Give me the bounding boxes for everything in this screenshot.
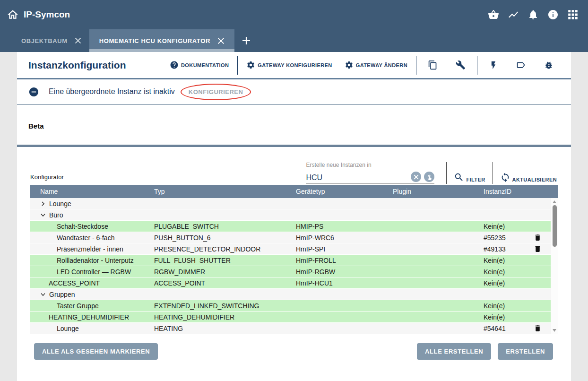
delete-instance-icon[interactable]	[534, 234, 542, 242]
chevron-right-icon[interactable]	[40, 200, 46, 207]
help-icon	[170, 61, 179, 69]
row-name: Lounge	[49, 200, 71, 208]
close-tab-icon[interactable]	[217, 37, 225, 44]
device-row[interactable]: Wandtaster - 6-fachPUSH_BUTTON_6HmIP-WRC…	[30, 232, 551, 243]
alert-message: Eine übergeordnete Instanz ist inaktiv	[49, 87, 175, 96]
cell-instanzid: Kein(e)	[484, 223, 534, 230]
top-bar: IP-Symcon	[0, 0, 588, 29]
column-header-geraetetyp: Gerätetyp	[296, 188, 393, 195]
close-icon	[414, 174, 419, 180]
minus-circle-icon	[28, 87, 39, 97]
delete-instance-icon[interactable]	[534, 324, 542, 332]
cell-instanzid: Kein(e)	[484, 268, 534, 276]
toolbar-divider	[416, 56, 416, 75]
cell-name: Gruppen	[30, 291, 154, 298]
debug-button[interactable]	[535, 61, 562, 70]
tab-label: HOMEMATIC HCU KONFIGURATOR	[99, 37, 210, 44]
pick-target-button[interactable]	[424, 172, 434, 182]
notifications-bell-icon[interactable]	[527, 9, 539, 21]
device-row[interactable]: HEATING_DEHUMIDIFIERHEATING_DEHUMIDIFIER…	[30, 312, 551, 323]
cell-name: LED Controller — RGBW	[30, 268, 154, 276]
cell-instanzid: #55235	[484, 234, 534, 242]
toolbar-divider	[477, 56, 477, 75]
cell-geraetetyp: HMIP-PS	[296, 223, 393, 230]
touch-hand-icon	[426, 174, 432, 180]
cell-typ: FULL_FLUSH_SHUTTER	[154, 257, 296, 264]
scroll-up-arrow[interactable]	[553, 200, 556, 203]
konfigurieren-link[interactable]: KONFIGURIEREN	[189, 88, 243, 95]
store-basket-icon[interactable]	[487, 9, 499, 21]
chevron-down-icon[interactable]	[40, 291, 46, 298]
cell-name: Präsenzmelder - innen	[30, 245, 154, 253]
cell-name: Lounge	[30, 325, 154, 332]
cell-typ: HEATING	[154, 325, 296, 332]
cell-typ: HEATING_DEHUMIDIFIER	[154, 313, 296, 321]
tag-button[interactable]	[507, 60, 535, 70]
row-name: HEATING_DEHUMIDIFIER	[49, 313, 129, 321]
cell-instanzid: #49133	[484, 245, 534, 253]
device-row[interactable]: Rollladenaktor - UnterputzFULL_FLUSH_SHU…	[30, 255, 551, 266]
group-row[interactable]: Lounge	[30, 198, 551, 209]
gear-icon	[246, 61, 255, 69]
cell-name: ACCESS_POINT	[30, 279, 154, 287]
create-button[interactable]: ERSTELLEN	[498, 343, 553, 360]
gateway-konfigurieren-button[interactable]: GATEWAY KONFIGURIEREN	[240, 61, 338, 69]
device-row[interactable]: ACCESS_POINTACCESS_POINTHmIP-HCU1Kein(e)	[30, 277, 551, 289]
dokumentation-button[interactable]: DOKUMENTATION	[164, 61, 235, 69]
refresh-icon	[500, 172, 510, 182]
table-header: Name Typ Gerätetyp Plugin InstanzID	[30, 185, 558, 198]
cell-name: Schalt-Steckdose	[30, 223, 154, 230]
target-instance-input[interactable]: Erstelle neue Instanzen in HCU	[306, 162, 434, 184]
add-tab-button[interactable]	[234, 29, 258, 52]
wrench-icon	[456, 60, 466, 70]
cell-instanzid: Kein(e)	[484, 257, 534, 264]
column-header-name: Name	[30, 188, 154, 195]
events-button[interactable]	[480, 61, 507, 70]
graph-icon[interactable]	[507, 9, 519, 21]
wrench-button[interactable]	[447, 60, 475, 70]
apps-grid-icon[interactable]	[567, 9, 579, 21]
plus-icon	[242, 36, 251, 45]
group-row[interactable]: Büro	[30, 209, 551, 221]
chevron-down-icon[interactable]	[40, 212, 46, 218]
tab-objektbaum[interactable]: OBJEKTBAUM	[13, 29, 89, 52]
mark-all-seen-button[interactable]: ALLE ALS GESEHEN MARKIEREN	[34, 343, 158, 360]
home-icon	[7, 9, 19, 21]
cell-typ: RGBW_DIMMER	[154, 268, 296, 276]
content-card: Instanzkonfiguration DOKUMENTATION GATEW…	[17, 52, 571, 381]
close-tab-icon[interactable]	[75, 37, 81, 44]
cell-name: Büro	[30, 211, 154, 219]
refresh-button[interactable]: AKTUALISIEREN	[499, 172, 558, 184]
scrollbar-thumb[interactable]	[553, 205, 557, 247]
cell-typ: PLUGABLE_SWITCH	[154, 223, 296, 230]
device-row[interactable]: Schalt-SteckdosePLUGABLE_SWITCHHMIP-PSKe…	[30, 221, 551, 232]
table-scrollbar[interactable]	[551, 198, 558, 334]
device-row[interactable]: LED Controller — RGBWRGBW_DIMMERHmIP-RGB…	[30, 266, 551, 277]
scroll-down-arrow[interactable]	[553, 329, 556, 332]
app-brand[interactable]: IP-Symcon	[7, 9, 70, 21]
toolbar-divider	[237, 56, 238, 75]
page-title: Instanzkonfiguration	[28, 60, 126, 71]
copy-button[interactable]	[419, 60, 447, 70]
device-row[interactable]: Taster GruppeEXTENDED_LINKED_SWITCHINGKe…	[30, 300, 551, 312]
tab-homematic-hcu-konfigurator[interactable]: HOMEMATIC HCU KONFIGURATOR	[89, 29, 234, 52]
filter-button[interactable]: FILTER	[453, 172, 486, 184]
instance-header: Instanzkonfiguration DOKUMENTATION GATEW…	[17, 52, 571, 79]
row-name: Gruppen	[49, 291, 75, 298]
cell-typ: ACCESS_POINT	[154, 279, 296, 287]
row-name: Wandtaster - 6-fach	[57, 234, 114, 242]
column-header-typ: Typ	[154, 188, 296, 195]
tab-label: OBJEKTBAUM	[21, 37, 68, 44]
create-all-button[interactable]: ALLE ERSTELLEN	[417, 343, 491, 360]
info-icon[interactable]	[547, 9, 559, 21]
group-row[interactable]: Gruppen	[30, 289, 551, 300]
clear-target-button[interactable]	[411, 172, 421, 182]
toolbar-divider	[446, 162, 447, 184]
gateway-aendern-button[interactable]: GATEWAY ÄNDERN	[338, 61, 414, 69]
target-instance-value[interactable]: HCU	[306, 173, 408, 182]
device-row[interactable]: Präsenzmelder - innenPRESENCE_DETECTOR_I…	[30, 243, 551, 255]
row-name: Taster Gruppe	[57, 302, 99, 310]
device-row[interactable]: LoungeHEATING#54641	[30, 323, 551, 334]
header-toolbar: DOKUMENTATION GATEWAY KONFIGURIEREN GATE…	[164, 56, 562, 75]
delete-instance-icon[interactable]	[534, 245, 542, 253]
